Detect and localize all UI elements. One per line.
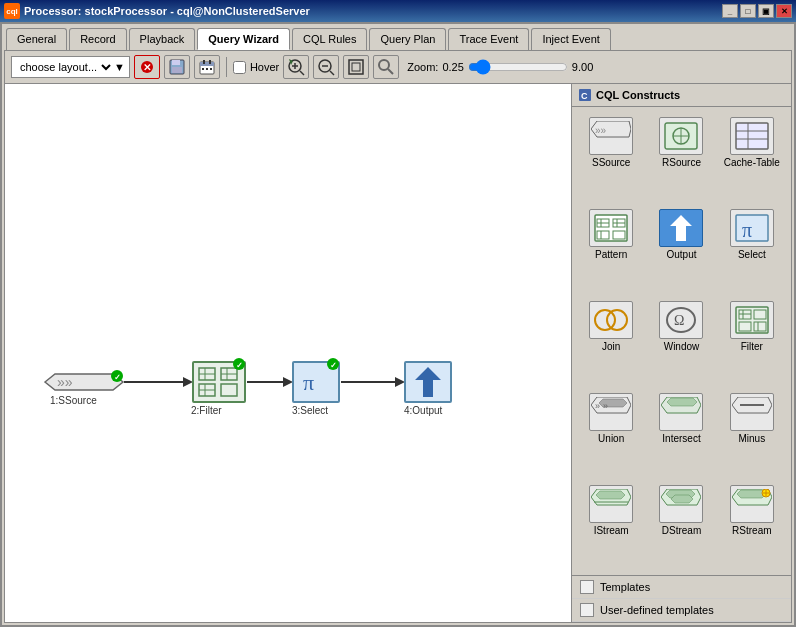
cql-item-filter[interactable]: Filter xyxy=(719,297,785,385)
svg-text:3:Select: 3:Select xyxy=(292,405,328,416)
minimize-button[interactable]: _ xyxy=(722,4,738,18)
cql-item-istream[interactable]: IStream xyxy=(578,481,644,569)
cql-item-label-ssource: SSource xyxy=(592,157,630,168)
zoom-area: Zoom: 0.25 9.00 xyxy=(407,59,593,75)
cql-item-output[interactable]: Output xyxy=(648,205,714,293)
cql-icon-pattern xyxy=(589,209,633,247)
user-defined-templates-item[interactable]: User-defined templates xyxy=(572,599,791,622)
svg-text:C: C xyxy=(581,91,588,101)
svg-marker-30 xyxy=(183,377,193,387)
svg-text:2:Filter: 2:Filter xyxy=(191,405,222,416)
tab-record[interactable]: Record xyxy=(69,28,126,50)
cql-item-cache-table[interactable]: Cache-Table xyxy=(719,113,785,201)
cql-item-label-intersect: Intersect xyxy=(662,433,700,444)
cql-item-label-cache-table: Cache-Table xyxy=(724,157,780,168)
cql-item-minus[interactable]: Minus xyxy=(719,389,785,477)
cql-item-label-rstream: RStream xyxy=(732,525,771,536)
svg-point-22 xyxy=(379,60,389,70)
close-button[interactable]: ✕ xyxy=(776,4,792,18)
restore-button[interactable]: ▣ xyxy=(758,4,774,18)
tab-playback[interactable]: Playback xyxy=(129,28,196,50)
zoom-out-button[interactable] xyxy=(313,55,339,79)
cql-item-intersect[interactable]: Intersect xyxy=(648,389,714,477)
cql-icon-join xyxy=(589,301,633,339)
cql-item-ssource[interactable]: »» SSource xyxy=(578,113,644,201)
user-templates-label: User-defined templates xyxy=(600,604,714,616)
cql-item-rstream[interactable]: RStream xyxy=(719,481,785,569)
save-button[interactable] xyxy=(164,55,190,79)
svg-rect-20 xyxy=(349,60,363,74)
svg-marker-103 xyxy=(596,491,625,499)
svg-rect-4 xyxy=(172,67,182,73)
tab-query-plan[interactable]: Query Plan xyxy=(369,28,446,50)
svg-rect-21 xyxy=(352,63,360,71)
user-templates-icon xyxy=(580,603,594,617)
zoom-slider[interactable] xyxy=(468,59,568,75)
cql-item-label-window: Window xyxy=(664,341,700,352)
svg-text:1:SSource: 1:SSource xyxy=(50,395,97,406)
cql-item-label-output: Output xyxy=(666,249,696,260)
svg-rect-11 xyxy=(210,68,212,70)
svg-rect-9 xyxy=(202,68,204,70)
svg-rect-3 xyxy=(172,60,180,65)
svg-text:✓: ✓ xyxy=(236,361,243,370)
svg-marker-53 xyxy=(395,377,405,387)
main-window: General Record Playback Query Wizard CQL… xyxy=(0,22,796,627)
maximize-button[interactable]: □ xyxy=(740,4,756,18)
cql-icon-select: π xyxy=(730,209,774,247)
cql-item-label-filter: Filter xyxy=(741,341,763,352)
svg-line-19 xyxy=(330,71,334,75)
cql-item-label-join: Join xyxy=(602,341,620,352)
tab-general[interactable]: General xyxy=(6,28,67,50)
cql-icon-istream xyxy=(589,485,633,523)
hover-checkbox-area[interactable]: Hover xyxy=(233,61,279,74)
cql-item-label-minus: Minus xyxy=(738,433,765,444)
cql-item-label-istream: IStream xyxy=(594,525,629,536)
cql-item-label-union: Union xyxy=(598,433,624,444)
cql-item-select[interactable]: π Select xyxy=(719,205,785,293)
cql-item-pattern[interactable]: Pattern xyxy=(578,205,644,293)
zoom-min: 0.25 xyxy=(442,61,463,73)
tab-cql-rules[interactable]: CQL Rules xyxy=(292,28,367,50)
delete-button[interactable]: ✕ xyxy=(134,55,160,79)
main-area: »» ✓ 1:SSource xyxy=(5,84,791,622)
cql-item-dstream[interactable]: DStream xyxy=(648,481,714,569)
fit-button[interactable] xyxy=(343,55,369,79)
zoom-in-button[interactable] xyxy=(283,55,309,79)
app-icon: cql xyxy=(4,3,20,19)
tab-inject-event[interactable]: Inject Event xyxy=(531,28,610,50)
svg-text:»»: »» xyxy=(595,125,607,136)
cql-item-label-rsource: RSource xyxy=(662,157,701,168)
layout-select[interactable]: choose layout... xyxy=(16,60,114,74)
svg-text:π: π xyxy=(742,219,752,241)
cql-header-icon: C xyxy=(578,88,592,102)
cql-panel-title: CQL Constructs xyxy=(596,89,680,101)
toolbar-separator-1 xyxy=(226,57,227,77)
svg-rect-10 xyxy=(206,68,208,70)
templates-item[interactable]: Templates xyxy=(572,576,791,599)
templates-icon xyxy=(580,580,594,594)
cql-icon-output xyxy=(659,209,703,247)
calendar-button[interactable] xyxy=(194,55,220,79)
cql-items-grid: »» SSource xyxy=(572,107,791,575)
dropdown-arrow-icon: ▼ xyxy=(114,61,125,73)
cql-item-join[interactable]: Join xyxy=(578,297,644,385)
canvas[interactable]: »» ✓ 1:SSource xyxy=(5,84,571,622)
cql-item-rsource[interactable]: RSource xyxy=(648,113,714,201)
window-controls[interactable]: _ □ ▣ ✕ xyxy=(722,4,792,18)
cql-panel: C CQL Constructs »» SSource xyxy=(571,84,791,622)
bottom-panel: Templates User-defined templates xyxy=(572,575,791,622)
hover-checkbox[interactable] xyxy=(233,61,246,74)
tab-trace-event[interactable]: Trace Event xyxy=(448,28,529,50)
cql-icon-window: Ω xyxy=(659,301,703,339)
svg-marker-46 xyxy=(283,377,293,387)
layout-select-wrapper[interactable]: choose layout... ▼ xyxy=(11,56,130,78)
cql-icon-intersect xyxy=(659,393,703,431)
tab-query-wizard[interactable]: Query Wizard xyxy=(197,28,290,50)
tab-bar: General Record Playback Query Wizard CQL… xyxy=(2,24,794,50)
svg-text:Ω: Ω xyxy=(674,313,684,328)
svg-text:✓: ✓ xyxy=(330,361,337,370)
cql-item-window[interactable]: Ω Window xyxy=(648,297,714,385)
find-button[interactable] xyxy=(373,55,399,79)
cql-item-union[interactable]: » » Union xyxy=(578,389,644,477)
